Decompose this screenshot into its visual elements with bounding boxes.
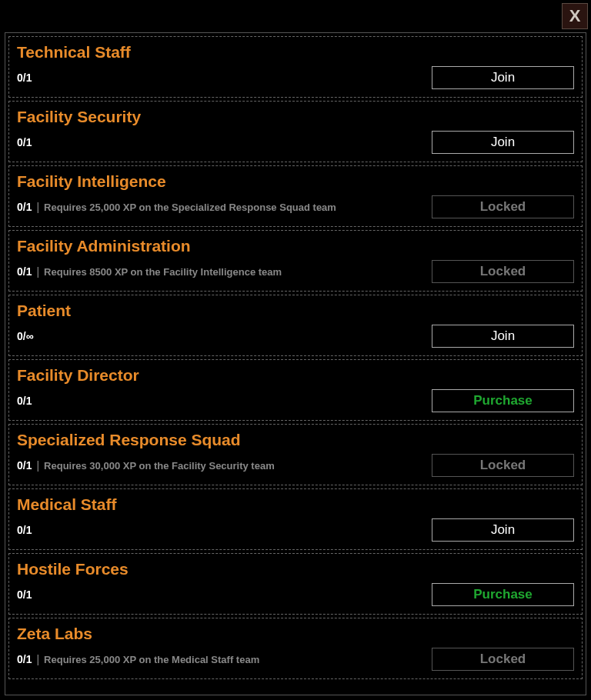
team-count: 0/1: [17, 653, 32, 665]
team-card: Technical Staff0/1Join: [8, 36, 583, 98]
team-count: 0/∞: [17, 330, 34, 342]
team-title: Facility Security: [17, 108, 574, 126]
locked-button: Locked: [432, 648, 574, 671]
join-button[interactable]: Join: [432, 66, 574, 89]
team-count: 0/1: [17, 72, 32, 84]
separator: |: [36, 265, 39, 278]
team-row: 0/1Purchase: [17, 389, 574, 412]
team-info: 0/1: [17, 72, 32, 84]
team-info: 0/1: [17, 588, 32, 601]
team-info: 0/1: [17, 136, 32, 148]
team-row: 0/1|Requires 25,000 XP on the Specialize…: [17, 195, 574, 218]
team-card: Specialized Response Squad0/1|Requires 3…: [8, 424, 583, 485]
team-row: 0/1Purchase: [17, 583, 574, 606]
close-button[interactable]: X: [562, 3, 588, 29]
team-title: Facility Intelligence: [17, 172, 574, 191]
team-info: 0/1|Requires 25,000 XP on the Specialize…: [17, 201, 336, 213]
team-title: Medical Staff: [17, 495, 574, 514]
team-row: 0/1Join: [17, 518, 574, 542]
locked-button: Locked: [432, 195, 574, 218]
team-count: 0/1: [17, 588, 32, 601]
team-count: 0/1: [17, 395, 32, 407]
join-button[interactable]: Join: [432, 325, 574, 348]
purchase-button[interactable]: Purchase: [432, 583, 574, 606]
team-requirement: Requires 30,000 XP on the Facility Secur…: [44, 460, 275, 472]
team-info: 0/1|Requires 30,000 XP on the Facility S…: [17, 459, 275, 472]
team-count: 0/1: [17, 459, 32, 472]
team-card: Medical Staff0/1Join: [8, 488, 583, 550]
separator: |: [36, 653, 39, 665]
locked-button: Locked: [432, 454, 574, 477]
team-info: 0/1|Requires 8500 XP on the Facility Int…: [17, 265, 282, 278]
team-card: Patient0/∞Join: [8, 295, 583, 356]
team-title: Zeta Labs: [17, 625, 574, 643]
team-card: Hostile Forces0/1Purchase: [8, 553, 583, 615]
team-requirement: Requires 25,000 XP on the Specialized Re…: [44, 202, 336, 213]
close-icon: X: [569, 6, 581, 26]
team-info: 0/1: [17, 395, 32, 407]
team-card: Facility Administration0/1|Requires 8500…: [8, 230, 583, 292]
team-card: Facility Intelligence0/1|Requires 25,000…: [8, 165, 583, 227]
team-row: 0/1Join: [17, 66, 574, 89]
team-title: Facility Director: [17, 366, 574, 385]
team-title: Patient: [17, 302, 574, 320]
join-button[interactable]: Join: [432, 131, 574, 154]
separator: |: [36, 201, 39, 213]
team-row: 0/1|Requires 30,000 XP on the Facility S…: [17, 454, 574, 477]
team-info: 0/∞: [17, 330, 34, 342]
team-card: Facility Director0/1Purchase: [8, 359, 583, 421]
purchase-button[interactable]: Purchase: [432, 389, 574, 412]
team-row: 0/1|Requires 8500 XP on the Facility Int…: [17, 260, 574, 283]
team-info: 0/1: [17, 524, 32, 536]
team-info: 0/1|Requires 25,000 XP on the Medical St…: [17, 653, 259, 665]
team-title: Hostile Forces: [17, 560, 574, 578]
team-title: Specialized Response Squad: [17, 431, 574, 449]
team-card: Facility Security0/1Join: [8, 101, 583, 162]
join-button[interactable]: Join: [432, 518, 574, 542]
separator: |: [36, 459, 39, 472]
team-requirement: Requires 25,000 XP on the Medical Staff …: [44, 654, 259, 665]
team-requirement: Requires 8500 XP on the Facility Intelli…: [44, 266, 282, 278]
team-card: Zeta Labs0/1|Requires 25,000 XP on the M…: [8, 618, 583, 679]
locked-button: Locked: [432, 260, 574, 283]
team-title: Facility Administration: [17, 237, 574, 255]
team-row: 0/1|Requires 25,000 XP on the Medical St…: [17, 648, 574, 671]
team-title: Technical Staff: [17, 43, 574, 62]
team-list-panel: Technical Staff0/1JoinFacility Security0…: [5, 32, 586, 695]
team-row: 0/∞Join: [17, 325, 574, 348]
team-count: 0/1: [17, 136, 32, 148]
team-count: 0/1: [17, 201, 32, 213]
team-count: 0/1: [17, 524, 32, 536]
team-count: 0/1: [17, 265, 32, 278]
team-row: 0/1Join: [17, 131, 574, 154]
